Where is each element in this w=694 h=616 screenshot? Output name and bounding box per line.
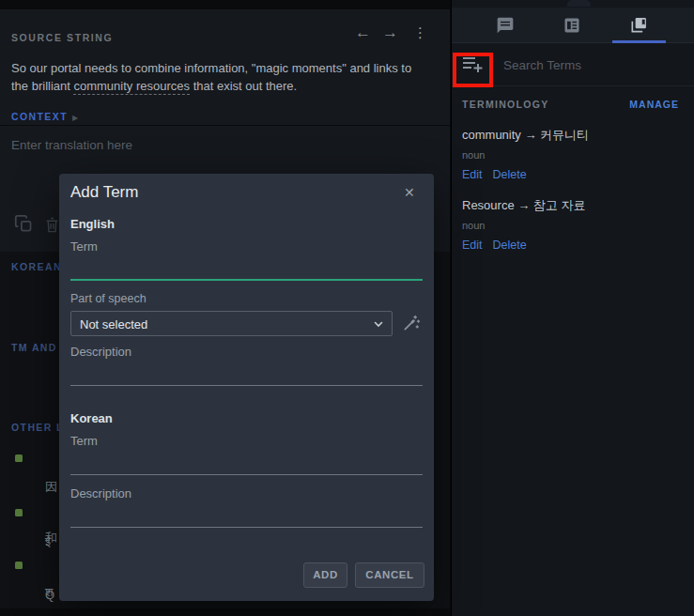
- term-entry: community → 커뮤니티 noun Edit Delete: [462, 127, 678, 181]
- source-segment-card: SOURCE STRING ← → ⋮ So our portal needs …: [0, 9, 450, 125]
- add-term-dialog: Add Term ✕ English Term Part of speech N…: [59, 174, 434, 601]
- auto-suggest-wand-icon[interactable]: [402, 314, 421, 332]
- english-description-input[interactable]: [70, 362, 423, 386]
- korean-section-heading: Korean: [70, 411, 113, 425]
- english-description-label: Description: [70, 345, 131, 359]
- match-quality-dot: [15, 562, 23, 569]
- add-button[interactable]: ADD: [303, 562, 347, 588]
- context-arrow-icon: ▶: [72, 114, 80, 122]
- term-pair: Resource → 참고 자료: [462, 197, 678, 214]
- source-string-label: SOURCE STRING: [11, 32, 113, 43]
- annotation-highlight-box: [453, 53, 493, 87]
- terminology-label: TERMINOLOGY: [462, 99, 548, 110]
- search-terms-input[interactable]: [503, 54, 663, 76]
- part-of-speech-value: Not selected: [80, 317, 147, 331]
- resources-tab-bar: [452, 8, 694, 43]
- delete-translation-icon[interactable]: [44, 216, 60, 234]
- next-segment-icon[interactable]: →: [382, 24, 398, 40]
- copy-source-icon[interactable]: [14, 214, 34, 234]
- match-quality-dot: [15, 454, 23, 462]
- source-header: SOURCE STRING ← → ⋮: [11, 28, 439, 45]
- panel-notch: [567, 0, 591, 7]
- chevron-down-icon: [373, 318, 384, 330]
- segment-nav: ← → ⋮: [355, 24, 431, 40]
- close-icon[interactable]: ✕: [404, 185, 415, 200]
- term-entry: Resource → 참고 자료 noun Edit Delete: [462, 197, 678, 252]
- dialog-title: Add Term: [70, 183, 138, 202]
- tab-comments[interactable]: [496, 16, 515, 35]
- part-of-speech-select[interactable]: Not selected: [70, 311, 393, 336]
- prev-segment-icon[interactable]: ←: [355, 24, 371, 40]
- delete-term-link[interactable]: Delete: [493, 239, 527, 252]
- delete-term-link[interactable]: Delete: [493, 168, 527, 181]
- term-pair: community → 커뮤니티: [462, 127, 678, 144]
- tab-terminology[interactable]: [629, 16, 648, 35]
- manage-link[interactable]: MANAGE: [629, 99, 679, 110]
- bottom-divider: [0, 608, 450, 616]
- cancel-button[interactable]: CANCEL: [355, 562, 424, 588]
- edit-term-link[interactable]: Edit: [462, 168, 483, 181]
- korean-term-label: Term: [70, 434, 98, 448]
- resources-panel: TERMINOLOGY MANAGE community → 커뮤니티 noun…: [451, 0, 694, 616]
- english-section-heading: English: [70, 217, 115, 231]
- match-quality-dot: [15, 509, 23, 516]
- source-text: So our portal needs to combine informati…: [11, 60, 431, 95]
- english-term-label: Term: [70, 239, 98, 254]
- tab-document[interactable]: [563, 16, 581, 35]
- korean-description-label: Description: [70, 486, 131, 500]
- source-term-highlight[interactable]: community resources: [73, 79, 190, 95]
- term-actions: Edit Delete: [462, 239, 678, 252]
- app-window: SOURCE STRING ← → ⋮ So our portal needs …: [0, 0, 694, 616]
- term-search-bar: [452, 43, 694, 86]
- term-part-of-speech: noun: [462, 149, 678, 161]
- term-part-of-speech: noun: [462, 220, 678, 231]
- edit-term-link[interactable]: Edit: [462, 239, 483, 252]
- segment-menu-icon[interactable]: ⋮: [409, 25, 431, 39]
- context-link[interactable]: CONTEXT▶: [11, 111, 80, 122]
- korean-description-input[interactable]: [70, 503, 423, 528]
- korean-term-input[interactable]: [70, 451, 423, 475]
- part-of-speech-label: Part of speech: [70, 292, 147, 305]
- source-text-after: that exist out there.: [190, 79, 297, 93]
- terminology-header: TERMINOLOGY MANAGE: [452, 99, 694, 112]
- translation-placeholder: Enter translation here: [11, 138, 132, 152]
- term-actions: Edit Delete: [462, 168, 678, 181]
- english-term-input[interactable]: [70, 256, 423, 281]
